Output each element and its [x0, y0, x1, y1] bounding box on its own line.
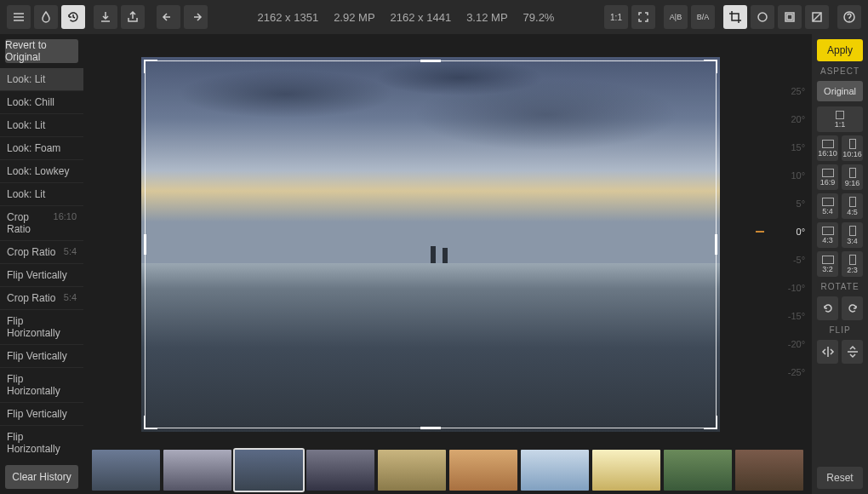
history-item[interactable]: Flip Horizontally	[0, 310, 83, 345]
aspect-label: 4:5	[847, 208, 858, 216]
crop-tool-button[interactable]	[723, 5, 747, 29]
rotation-scale[interactable]: 25°20°15°10°5°0°-5°-10°-15°-20°-25°	[766, 85, 805, 378]
history-item[interactable]: Look: Lit	[0, 114, 83, 137]
angle-tick[interactable]: 0°	[766, 226, 805, 238]
angle-tick[interactable]: 15°	[766, 141, 805, 153]
angle-tick[interactable]: 10°	[766, 169, 805, 181]
reset-button[interactable]: Reset	[817, 467, 863, 489]
rotate-ccw-button[interactable]	[817, 296, 838, 320]
crop-dimensions: 2162 x 1351	[258, 11, 319, 24]
image-content	[443, 248, 448, 263]
redo-button[interactable]	[184, 5, 208, 29]
help-button[interactable]	[837, 5, 861, 29]
crop-panel: Apply ASPECT Original 1:116:1010:1616:99…	[812, 34, 868, 494]
history-button[interactable]	[61, 5, 85, 29]
menu-button[interactable]	[7, 5, 31, 29]
undo-button[interactable]	[157, 5, 180, 29]
droplet-icon	[39, 10, 53, 24]
aspect-shape-icon	[822, 140, 834, 148]
zoom-11-button[interactable]: 1:1	[604, 5, 628, 29]
filmstrip-thumb[interactable]	[235, 450, 303, 491]
history-item[interactable]: Look: Foam	[0, 137, 83, 160]
filmstrip-thumb[interactable]	[92, 450, 160, 491]
filmstrip[interactable]	[83, 446, 812, 494]
angle-tick[interactable]: 20°	[766, 113, 805, 125]
aspect-shape-icon	[822, 169, 834, 177]
aspect-3-4-button[interactable]: 3:4	[842, 222, 863, 248]
revert-button[interactable]: Revert to Original	[5, 39, 78, 63]
filmstrip-thumb[interactable]	[521, 450, 589, 491]
aspect-grid: 1:116:1010:1616:99:165:44:54:33:43:22:3	[817, 106, 863, 277]
crop-icon	[728, 10, 742, 24]
aspect-3-2-button[interactable]: 3:2	[817, 251, 838, 277]
full-mp: 3.12 MP	[466, 11, 507, 24]
history-item[interactable]: Crop Ratio5:4	[0, 287, 83, 310]
frame-tool-button[interactable]	[778, 5, 802, 29]
history-item[interactable]: Flip Horizontally	[0, 368, 83, 403]
history-item[interactable]: Flip Vertically	[0, 403, 83, 426]
history-item-label: Look: Lit	[7, 119, 45, 131]
aspect-original-button[interactable]: Original	[817, 81, 863, 101]
history-item[interactable]: Look: Lit	[0, 183, 83, 206]
filmstrip-thumb[interactable]	[378, 450, 446, 491]
flip-vertical-button[interactable]	[842, 340, 863, 364]
filmstrip-thumb[interactable]	[735, 450, 803, 491]
fullscreen-button[interactable]	[631, 5, 655, 29]
flip-horizontal-button[interactable]	[817, 340, 838, 364]
help-icon	[842, 10, 856, 24]
filmstrip-thumb[interactable]	[163, 450, 231, 491]
share-icon	[126, 10, 140, 24]
history-item[interactable]: Crop Ratio5:4	[0, 241, 83, 264]
history-item[interactable]: Flip Vertically	[0, 264, 83, 287]
angle-tick[interactable]: -25°	[766, 366, 805, 378]
compare-ab-button[interactable]: A|B	[664, 5, 688, 29]
aspect-4-3-button[interactable]: 4:3	[817, 222, 838, 248]
angle-tick[interactable]: -20°	[766, 338, 805, 350]
history-item-meta: 5:4	[64, 292, 77, 304]
filmstrip-thumb[interactable]	[664, 450, 732, 491]
filmstrip-thumb[interactable]	[449, 450, 517, 491]
download-button[interactable]	[94, 5, 117, 29]
history-item[interactable]: Look: Lowkey	[0, 160, 83, 183]
aspect-shape-icon	[849, 168, 856, 178]
history-item-meta: 16:10	[54, 211, 77, 235]
aspect-5-4-button[interactable]: 5:4	[817, 193, 838, 219]
aspect-16-9-button[interactable]: 16:9	[817, 164, 838, 190]
aspect-9-16-button[interactable]: 9:16	[842, 164, 863, 190]
apply-button[interactable]: Apply	[817, 39, 863, 61]
adjust-button[interactable]	[34, 5, 58, 29]
aspect-shape-icon	[849, 226, 856, 236]
share-button[interactable]	[121, 5, 145, 29]
history-item-label: Look: Lit	[7, 73, 45, 85]
history-item[interactable]: Look: Chill	[0, 91, 83, 114]
angle-tick[interactable]: -10°	[766, 282, 805, 294]
angle-tick[interactable]: 25°	[766, 85, 805, 97]
hamburger-icon	[12, 10, 26, 24]
history-item[interactable]: Look: Lit	[0, 68, 83, 91]
frame-icon	[783, 10, 797, 24]
history-item[interactable]: Flip Vertically	[0, 345, 83, 368]
compare-ba-button[interactable]: B/A	[691, 5, 715, 29]
angle-tick[interactable]: -15°	[766, 310, 805, 322]
history-item-label: Flip Vertically	[7, 408, 67, 420]
blur-tool-button[interactable]	[805, 5, 829, 29]
zoom-level: 79.2%	[523, 11, 555, 24]
image-preview[interactable]	[141, 57, 720, 432]
clear-history-button[interactable]: Clear History	[5, 465, 78, 489]
aspect-1-1-button[interactable]: 1:1	[817, 106, 863, 132]
aspect-10-16-button[interactable]: 10:16	[842, 135, 863, 161]
filmstrip-thumb[interactable]	[306, 450, 374, 491]
angle-tick[interactable]: 5°	[766, 198, 805, 210]
history-list[interactable]: Look: LitLook: ChillLook: LitLook: FoamL…	[0, 68, 83, 460]
history-item-label: Crop Ratio	[7, 211, 54, 235]
rotate-cw-button[interactable]	[842, 296, 863, 320]
history-item[interactable]: Flip Horizontally	[0, 426, 83, 460]
aspect-2-3-button[interactable]: 2:3	[842, 251, 863, 277]
history-item[interactable]: Crop Ratio16:10	[0, 206, 83, 241]
circle-tool-button[interactable]	[751, 5, 774, 29]
aspect-16-10-button[interactable]: 16:10	[817, 135, 838, 161]
aspect-4-5-button[interactable]: 4:5	[842, 193, 863, 219]
filmstrip-thumb[interactable]	[592, 450, 660, 491]
ba-icon: B/A	[697, 13, 710, 21]
angle-tick[interactable]: -5°	[766, 254, 805, 266]
